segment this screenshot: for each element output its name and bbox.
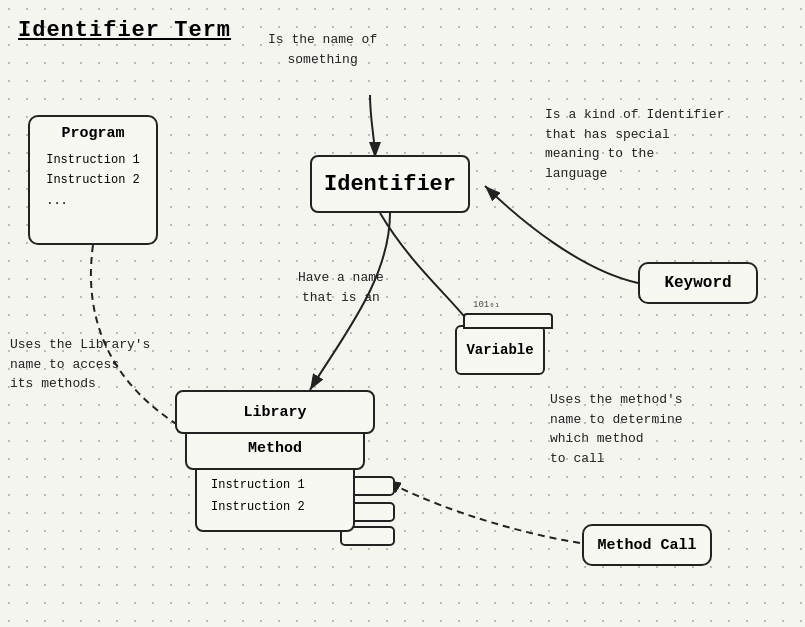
ellipsis-line: ...	[46, 191, 140, 211]
label-identifier-kind: Is a kind of Identifier that has special…	[545, 105, 724, 183]
method-call-box: Method Call	[582, 524, 712, 566]
instr-1: Instruction 1	[211, 475, 353, 497]
instructions-box: Instruction 1 Instruction 2	[195, 462, 355, 532]
program-lines: Instruction 1 Instruction 2 ...	[46, 150, 140, 211]
label-uses-library: Uses the Library's name to access its me…	[10, 335, 150, 394]
page-title: Identifier Term	[18, 18, 231, 43]
label-uses-method: Uses the method's name to determine whic…	[550, 390, 683, 468]
instruction-1-line: Instruction 1	[46, 150, 140, 170]
page-container: Identifier Term Is the name of something	[0, 0, 805, 627]
variable-container: 101₀₁ Variable	[455, 325, 545, 375]
program-title: Program	[61, 125, 124, 142]
identifier-box: Identifier	[310, 155, 470, 213]
variable-box: Variable	[455, 325, 545, 375]
instr-2: Instruction 2	[211, 497, 353, 519]
keyword-box: Keyword	[638, 262, 758, 304]
label-have-name: Have a name that is an	[298, 268, 384, 307]
variable-bits: 101₀₁	[473, 299, 500, 310]
variable-top	[463, 313, 553, 329]
library-container: Library Method Instruction 1 Instruction…	[175, 390, 375, 532]
instruction-2-line: Instruction 2	[46, 170, 140, 190]
program-box: Program Instruction 1 Instruction 2 ...	[28, 115, 158, 245]
label-is-name: Is the name of something	[268, 30, 377, 69]
library-box: Library	[175, 390, 375, 434]
